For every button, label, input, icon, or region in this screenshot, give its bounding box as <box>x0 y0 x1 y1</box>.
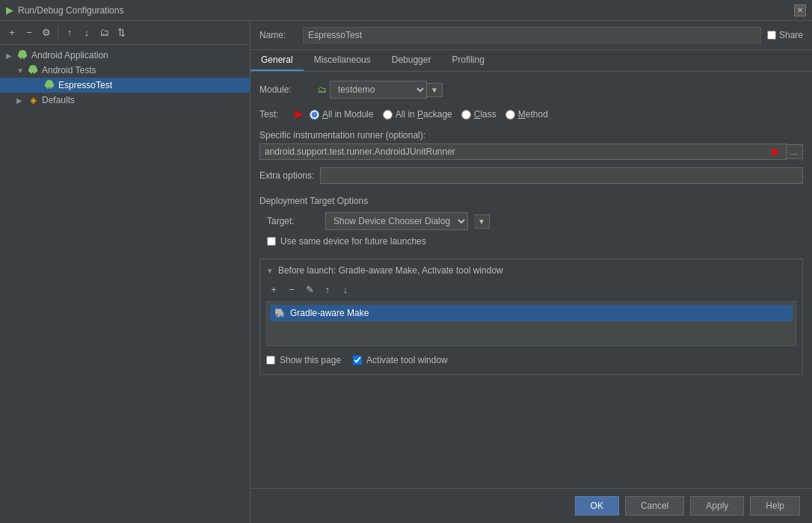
sort-button[interactable]: ⇅ <box>114 25 129 40</box>
title-bar-icon: ▶ <box>6 4 13 16</box>
sidebar-item-espresso-test[interactable]: ▶ EspressoTest <box>0 78 250 93</box>
activate-tool-window-checkbox[interactable] <box>353 356 362 365</box>
same-device-row: Use same device for future launches <box>259 236 803 247</box>
extra-options-input[interactable] <box>320 167 803 184</box>
svg-rect-7 <box>29 68 37 72</box>
module-icon: 🗂 <box>318 84 327 95</box>
svg-rect-11 <box>34 72 35 74</box>
before-launch-header: ▼ Before launch: Gradle-aware Make, Acti… <box>266 265 796 276</box>
share-label: Share <box>779 30 803 40</box>
svg-rect-1 <box>19 53 26 58</box>
svg-rect-4 <box>20 57 22 59</box>
tab-profiling[interactable]: Profiling <box>441 50 494 71</box>
remove-config-button[interactable]: − <box>22 25 37 40</box>
defaults-icon: ◈ <box>27 94 39 106</box>
svg-rect-9 <box>36 69 37 72</box>
svg-rect-3 <box>25 54 27 57</box>
tree-arrow-defaults: ▶ <box>16 96 27 105</box>
cancel-button[interactable]: Cancel <box>625 496 684 516</box>
tab-miscellaneous[interactable]: Miscellaneous <box>304 50 381 71</box>
tree-arrow-android-application: ▶ <box>6 52 16 60</box>
svg-rect-5 <box>23 57 25 59</box>
module-dropdown-btn[interactable]: ▼ <box>427 83 443 97</box>
sidebar-toolbar: + − ⚙ ↑ ↓ 🗂 ⇅ <box>0 21 250 45</box>
add-config-button[interactable]: + <box>4 25 19 40</box>
help-button[interactable]: Help <box>750 496 800 516</box>
apply-button[interactable]: Apply <box>690 496 744 516</box>
tabs: General Miscellaneous Debugger Profiling <box>250 50 812 72</box>
sidebar-item-android-tests[interactable]: ▼ Android Tests <box>0 63 250 78</box>
sidebar-item-label-android-application: Android Application <box>31 50 108 61</box>
folder-button[interactable]: 🗂 <box>96 25 111 40</box>
tab-content-general: Module: 🗂 testdemo ▼ Test: ➤ All in Modu… <box>250 72 812 488</box>
svg-rect-15 <box>52 84 54 87</box>
before-launch-remove-btn[interactable]: − <box>284 282 299 297</box>
svg-rect-8 <box>28 69 30 72</box>
before-launch-toolbar: + − ✎ ↑ ↓ <box>266 282 796 297</box>
name-row: Name: Share <box>250 21 812 50</box>
svg-rect-16 <box>47 87 49 89</box>
svg-rect-13 <box>46 83 53 87</box>
deployment-section: Deployment Target Options Target: Show D… <box>259 196 803 247</box>
sidebar-item-label-espresso-test: EspressoTest <box>58 80 112 90</box>
sidebar-item-label-defaults: Defaults <box>42 95 75 105</box>
tab-general[interactable]: General <box>250 50 304 71</box>
before-launch-add-btn[interactable]: + <box>266 282 281 297</box>
main-layout: + − ⚙ ↑ ↓ 🗂 ⇅ ▶ <box>0 21 812 523</box>
android-application-icon <box>16 49 28 61</box>
module-select[interactable]: testdemo <box>330 81 427 99</box>
radio-label-method: Method <box>518 109 548 120</box>
target-select[interactable]: Show Device Chooser Dialog <box>325 212 468 230</box>
instrumentation-input[interactable] <box>259 143 787 160</box>
sidebar-item-label-android-tests: Android Tests <box>42 65 96 75</box>
before-launch-item-gradle[interactable]: 🐘 Gradle-aware Make <box>270 305 793 321</box>
gradle-make-label: Gradle-aware Make <box>290 308 369 318</box>
name-input[interactable] <box>303 27 761 43</box>
module-row: Module: 🗂 testdemo ▼ <box>259 81 803 99</box>
test-label: Test: <box>259 109 289 120</box>
share-area: Share <box>767 30 803 40</box>
before-launch-title: Before launch: Gradle-aware Make, Activa… <box>278 265 503 276</box>
before-launch-up-btn[interactable]: ↑ <box>320 282 335 297</box>
separator-1 <box>58 27 58 39</box>
before-launch-edit-btn[interactable]: ✎ <box>302 282 317 297</box>
before-launch-list: 🐘 Gradle-aware Make <box>266 301 796 346</box>
tree-arrow-android-tests: ▼ <box>16 66 27 75</box>
radio-all-in-module[interactable]: All in Module <box>310 109 374 120</box>
show-this-page-checkbox[interactable] <box>266 356 275 365</box>
svg-rect-14 <box>45 84 46 87</box>
radio-label-class: Class <box>474 109 496 120</box>
radio-method[interactable]: Method <box>505 109 548 120</box>
svg-rect-2 <box>18 54 19 57</box>
target-dropdown-btn[interactable]: ▼ <box>474 214 490 229</box>
test-row: Test: ➤ All in Module All in Package Cla… <box>259 106 803 123</box>
before-launch-down-btn[interactable]: ↓ <box>338 282 353 297</box>
move-up-button[interactable]: ↑ <box>62 25 77 40</box>
close-button[interactable]: ✕ <box>794 4 806 16</box>
ok-button[interactable]: OK <box>575 496 619 516</box>
browse-button[interactable]: ... <box>787 144 803 159</box>
module-select-wrapper: 🗂 testdemo ▼ <box>318 81 443 99</box>
target-label: Target: <box>267 216 319 226</box>
extra-options-label: Extra options: <box>259 170 314 181</box>
same-device-checkbox[interactable] <box>267 237 276 246</box>
before-launch-collapse[interactable]: ▼ <box>266 267 274 275</box>
sidebar: + − ⚙ ↑ ↓ 🗂 ⇅ ▶ <box>0 21 250 523</box>
edit-defaults-button[interactable]: ⚙ <box>39 25 54 40</box>
radio-class[interactable]: Class <box>461 109 496 120</box>
module-label: Module: <box>259 84 312 95</box>
share-checkbox[interactable] <box>767 31 776 40</box>
android-tests-icon <box>27 64 39 76</box>
name-label: Name: <box>259 30 297 40</box>
deployment-title: Deployment Target Options <box>259 196 803 206</box>
radio-all-in-package[interactable]: All in Package <box>383 109 452 120</box>
sidebar-item-defaults[interactable]: ▶ ◈ Defaults <box>0 93 250 108</box>
tab-debugger[interactable]: Debugger <box>381 50 442 71</box>
sidebar-item-android-application[interactable]: ▶ Android Application <box>0 48 250 63</box>
instrumentation-row: ➤ ... <box>259 143 803 160</box>
before-launch-section: ▼ Before launch: Gradle-aware Make, Acti… <box>259 259 803 375</box>
content-panel: Name: Share General Miscellaneous Debugg… <box>250 21 812 523</box>
show-this-page-label: Show this page <box>280 355 341 365</box>
activate-tool-window-option: Activate tool window <box>353 355 448 365</box>
move-down-button[interactable]: ↓ <box>79 25 94 40</box>
